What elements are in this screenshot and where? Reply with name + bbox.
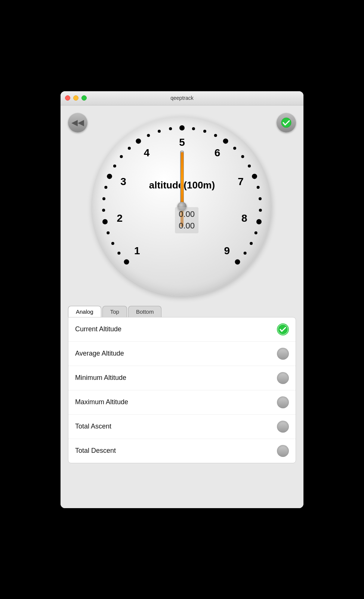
option-row-maximum-altitude[interactable]: Maximum Altitude	[68, 390, 296, 415]
maximize-button[interactable]	[81, 95, 87, 101]
gauge-value-box: 0.00 0.00	[175, 207, 198, 233]
radio-total-descent[interactable]	[277, 445, 289, 457]
tab-top[interactable]: Top	[102, 306, 127, 317]
tabs-area: Analog Top Bottom	[64, 304, 300, 317]
gauge-value-1: 0.00	[179, 209, 195, 220]
gauge-face: altitude(100m) 0.00 0.00	[92, 117, 272, 296]
options-panel: Current Altitude Average Altitude Minimu…	[68, 317, 296, 463]
option-row-minimum-altitude[interactable]: Minimum Altitude	[68, 366, 296, 390]
option-row-average-altitude[interactable]: Average Altitude	[68, 342, 296, 366]
titlebar: qeeptrack	[61, 91, 303, 105]
option-label-maximum-altitude: Maximum Altitude	[75, 398, 128, 406]
radio-current-altitude[interactable]	[277, 323, 289, 335]
option-label-total-descent: Total Descent	[75, 447, 116, 455]
back-icon: ◀	[78, 118, 84, 128]
option-label-minimum-altitude: Minimum Altitude	[75, 374, 126, 382]
option-row-total-descent[interactable]: Total Descent	[68, 439, 296, 463]
needle-orange	[181, 152, 183, 206]
main-window: qeeptrack ◀	[61, 91, 303, 508]
back-button[interactable]: ◀	[68, 113, 87, 132]
tab-analog[interactable]: Analog	[68, 306, 101, 317]
gauge-container: ◀	[64, 109, 300, 304]
content-area: ◀	[61, 105, 303, 508]
radio-average-altitude[interactable]	[277, 348, 289, 360]
option-label-current-altitude: Current Altitude	[75, 325, 121, 333]
radio-total-ascent[interactable]	[277, 421, 289, 433]
gauge-value-2: 0.00	[179, 220, 195, 232]
bottom-spacer	[64, 467, 300, 504]
radio-maximum-altitude[interactable]	[277, 396, 289, 408]
close-button[interactable]	[65, 95, 70, 101]
option-label-total-ascent: Total Ascent	[75, 423, 111, 430]
radio-minimum-altitude[interactable]	[277, 372, 289, 384]
checkmark-icon	[281, 117, 291, 128]
tab-bottom[interactable]: Bottom	[128, 306, 162, 317]
option-label-average-altitude: Average Altitude	[75, 350, 124, 357]
traffic-lights	[65, 95, 87, 101]
minimize-button[interactable]	[73, 95, 78, 101]
selected-radio-icon	[277, 323, 289, 335]
confirm-button[interactable]	[277, 113, 296, 132]
option-row-current-altitude[interactable]: Current Altitude	[68, 317, 296, 342]
window-title: qeeptrack	[170, 95, 193, 101]
option-row-total-ascent[interactable]: Total Ascent	[68, 415, 296, 439]
